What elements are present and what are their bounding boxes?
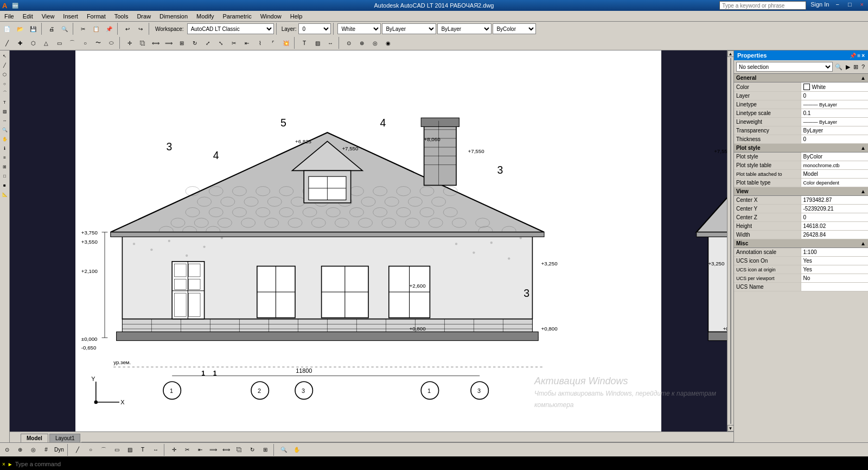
tb-extend[interactable]: ⇤ xyxy=(241,37,253,49)
tb-spline[interactable]: 〜 xyxy=(92,37,104,49)
bt-grid[interactable]: # xyxy=(40,444,52,456)
menu-draw[interactable]: Draw xyxy=(132,12,155,21)
tb-line[interactable]: ╱ xyxy=(1,37,13,49)
bt-offset2[interactable]: ⟹ xyxy=(207,444,219,456)
tb-move[interactable]: ✛ xyxy=(124,37,136,49)
bt-extend2[interactable]: ⇤ xyxy=(194,444,206,456)
bt-text2[interactable]: T xyxy=(137,444,149,456)
lt-arc[interactable]: ⌒ xyxy=(1,88,9,97)
prop-ucsiconon-value[interactable]: Yes xyxy=(801,257,869,265)
bt-copy2[interactable]: ⿻ xyxy=(233,444,245,456)
prop-ucsname-value[interactable] xyxy=(801,283,869,291)
menu-window[interactable]: Window xyxy=(256,12,286,21)
tb-stretch[interactable]: ⤡ xyxy=(215,37,227,49)
tb-copy-obj[interactable]: ⿻ xyxy=(137,37,149,49)
prop-centery-value[interactable]: -5239209.21 xyxy=(801,205,869,213)
tb-polygon[interactable]: △ xyxy=(40,37,52,49)
lineweight-dropdown[interactable]: ByLayer xyxy=(437,23,492,34)
section-general[interactable]: General ▲ xyxy=(734,74,868,82)
lt-layer[interactable]: ≡ xyxy=(1,153,9,162)
lt-pan[interactable]: ✋ xyxy=(1,135,9,143)
tb-cut[interactable]: ✂ xyxy=(77,23,89,35)
scrollbar-thumb[interactable] xyxy=(730,58,731,424)
vertical-scrollbar[interactable]: ▲ ▼ xyxy=(727,50,733,431)
prop-lineweight-value[interactable]: ——— ByLayer xyxy=(801,118,869,126)
menu-modify[interactable]: Modify xyxy=(192,12,218,21)
tb-rotate[interactable]: ↻ xyxy=(189,37,201,49)
section-misc[interactable]: Misc ▲ xyxy=(734,239,868,248)
lt-text[interactable]: T xyxy=(1,98,9,106)
tb-scale[interactable]: ⤢ xyxy=(202,37,214,49)
props-pin-btn[interactable]: 📌 xyxy=(850,53,856,59)
prop-thickness-value[interactable]: 0 xyxy=(801,135,869,143)
tb-circle[interactable]: ○ xyxy=(79,37,91,49)
selection-dropdown[interactable]: No selection xyxy=(736,62,833,72)
tb-fillet[interactable]: ⌜ xyxy=(267,37,279,49)
lt-circle[interactable]: ○ xyxy=(1,79,9,88)
tb-save[interactable]: 💾 xyxy=(27,23,39,35)
menu-parametric[interactable]: Parametric xyxy=(218,12,256,21)
menu-format[interactable]: Format xyxy=(82,12,110,21)
menu-insert[interactable]: Insert xyxy=(59,12,82,21)
menu-dimension[interactable]: Dimension xyxy=(155,12,192,21)
lt-block[interactable]: □ xyxy=(1,172,9,180)
scrollbar-up-btn[interactable]: ▲ xyxy=(727,50,734,57)
bt-zoom2[interactable]: 🔍 xyxy=(278,444,290,456)
tb-trim[interactable]: ✂ xyxy=(228,37,240,49)
section-view[interactable]: View ▲ xyxy=(734,187,868,196)
prop-centerx-value[interactable]: 1793482.87 xyxy=(801,196,869,204)
autocad-drawing[interactable]: +3,750 +3,550 +2,100 ±0,000 -0,650 +7,55… xyxy=(10,50,727,431)
section-plotstyle-collapse[interactable]: ▲ xyxy=(860,145,866,151)
prop-ptattached-value[interactable]: Model xyxy=(801,170,869,178)
prop-height-value[interactable]: 14618.02 xyxy=(801,222,869,230)
tb-dim[interactable]: ↔ xyxy=(324,37,336,49)
tb-hatch[interactable]: ▨ xyxy=(311,37,323,49)
cmd-x-label[interactable]: × xyxy=(2,461,5,467)
tb-redo[interactable]: ↪ xyxy=(135,23,146,35)
tb-print[interactable]: 🖨 xyxy=(46,23,58,35)
section-misc-collapse[interactable]: ▲ xyxy=(860,240,866,246)
bt-rect2[interactable]: ▭ xyxy=(111,444,123,456)
tb-rect[interactable]: ▭ xyxy=(53,37,65,49)
lt-hatch[interactable]: ▨ xyxy=(1,107,9,116)
tb-snap[interactable]: ⊙ xyxy=(343,37,355,49)
tb-xline[interactable]: ✚ xyxy=(14,37,26,49)
bt-osnap[interactable]: ⊙ xyxy=(1,444,13,456)
bt-circle2[interactable]: ○ xyxy=(85,444,97,456)
tb-open[interactable]: 📂 xyxy=(14,23,26,35)
prop-linetype-value[interactable]: ——— ByLayer xyxy=(801,100,869,109)
linetype-dropdown[interactable]: ByLayer xyxy=(382,23,436,34)
maximize-btn[interactable]: □ xyxy=(846,1,854,10)
menu-view[interactable]: View xyxy=(37,12,59,21)
menu-edit[interactable]: Edit xyxy=(18,12,37,21)
bt-rotate2[interactable]: ↻ xyxy=(246,444,258,456)
prop-ucsviewport-value[interactable]: No xyxy=(801,274,869,282)
prop-pttype-value[interactable]: Color dependent xyxy=(801,179,869,187)
section-plotstyle[interactable]: Plot style ▲ xyxy=(734,144,868,153)
prop-annscale-value[interactable]: 1:100 xyxy=(801,248,869,256)
lt-polyline[interactable]: ⬡ xyxy=(1,70,9,79)
close-btn[interactable]: × xyxy=(858,1,866,10)
tb-arc[interactable]: ⌒ xyxy=(66,37,78,49)
tb-text[interactable]: T xyxy=(298,37,310,49)
command-input[interactable] xyxy=(15,461,866,467)
prop-ltscale-value[interactable]: 0.1 xyxy=(801,109,869,117)
tb-undo[interactable]: ↩ xyxy=(122,23,133,35)
props-close-btn[interactable]: × xyxy=(861,53,865,59)
menu-tools[interactable]: Tools xyxy=(110,12,133,21)
bt-dim2[interactable]: ↔ xyxy=(150,444,162,456)
bt-dyn[interactable]: Dyn xyxy=(53,444,65,456)
tb-new[interactable]: 📄 xyxy=(1,23,13,35)
bt-arc2[interactable]: ⌒ xyxy=(98,444,110,456)
prop-ucsiconorigin-value[interactable]: Yes xyxy=(801,265,869,274)
plotstyle-dropdown[interactable]: ByColor xyxy=(493,23,536,34)
bt-array2[interactable]: ⊞ xyxy=(259,444,271,456)
workspace-dropdown[interactable]: AutoCAD LT Classic xyxy=(187,23,274,34)
bt-line2[interactable]: ╱ xyxy=(72,444,84,456)
tb-preview[interactable]: 🔍 xyxy=(59,23,71,35)
scrollbar-down-btn[interactable]: ▼ xyxy=(727,425,734,431)
tb-copy[interactable]: 📋 xyxy=(90,23,102,35)
section-general-collapse[interactable]: ▲ xyxy=(860,75,866,81)
tab-layout1[interactable]: Layout1 xyxy=(49,434,81,442)
tab-model[interactable]: Model xyxy=(21,434,48,442)
